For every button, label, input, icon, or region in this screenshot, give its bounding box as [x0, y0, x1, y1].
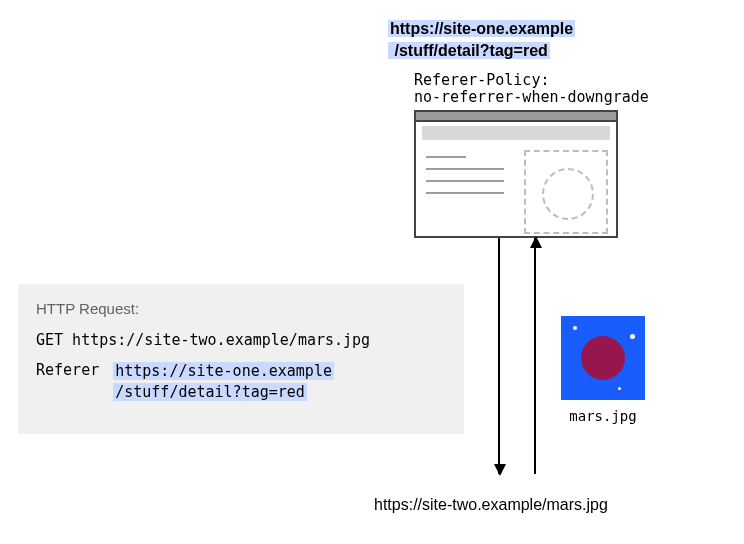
arrow-down-icon [498, 238, 500, 474]
origin-page-url: https://site-one.example /stuff/detail?t… [388, 18, 575, 61]
referer-key: Referer [36, 361, 99, 403]
http-request-label: HTTP Request: [36, 300, 446, 317]
http-get-line: GET https://site-two.example/mars.jpg [36, 331, 446, 349]
http-referer-line: Referer https://site-one.example /stuff/… [36, 361, 446, 403]
mars-thumbnail-icon [561, 316, 645, 400]
url-line-1: https://site-one.example [388, 20, 575, 37]
http-request-box: HTTP Request: GET https://site-two.examp… [18, 284, 464, 434]
referer-value: https://site-one.example /stuff/detail?t… [113, 361, 334, 403]
resource-url: https://site-two.example/mars.jpg [374, 496, 608, 514]
browser-content [416, 146, 616, 236]
image-placeholder-icon [524, 150, 608, 234]
arrow-up-icon [534, 238, 536, 474]
policy-line-1: Referer-Policy: [414, 71, 549, 89]
browser-window-icon [414, 110, 618, 238]
mars-caption: mars.jpg [558, 408, 648, 424]
request-response-arrows [488, 238, 558, 484]
referer-val-line-2: /stuff/detail?tag=red [113, 383, 307, 401]
browser-titlebar [416, 112, 616, 122]
placeholder-text-lines [426, 156, 504, 204]
policy-line-2: no-referrer-when-downgrade [414, 88, 649, 106]
browser-address-bar [422, 126, 610, 140]
referer-val-line-1: https://site-one.example [113, 362, 334, 380]
referer-policy-label: Referer-Policy: no-referrer-when-downgra… [414, 72, 649, 107]
mars-image: mars.jpg [558, 316, 648, 424]
url-line-2: /stuff/detail?tag=red [388, 42, 550, 59]
